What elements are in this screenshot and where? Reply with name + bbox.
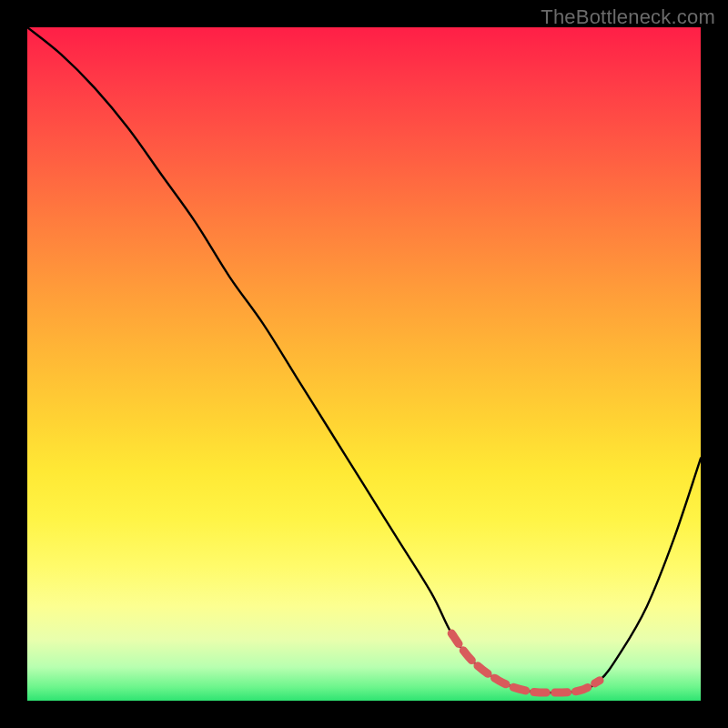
chart-stage: TheBottleneck.com xyxy=(0,0,728,728)
highlight-curve-path xyxy=(451,633,600,693)
watermark: TheBottleneck.com xyxy=(541,5,715,29)
plot-area xyxy=(27,27,701,701)
main-curve-path xyxy=(27,27,701,693)
curve-layer xyxy=(27,27,701,701)
